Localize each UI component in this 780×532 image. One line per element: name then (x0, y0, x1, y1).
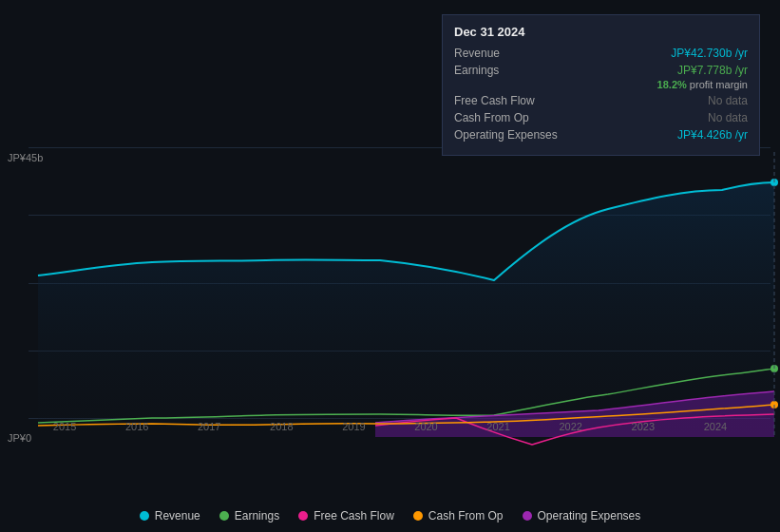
profit-margin: 18.2% profit margin (454, 79, 748, 90)
tooltip-value-earnings: JP¥7.778b /yr (677, 64, 748, 77)
x-label-2017: 2017 (198, 421, 220, 432)
legend-label-fcf: Free Cash Flow (314, 509, 394, 522)
legend-item-earnings[interactable]: Earnings (219, 509, 279, 522)
x-label-2015: 2015 (53, 421, 76, 432)
x-label-2023: 2023 (632, 421, 655, 432)
legend-dot-fcf (298, 511, 308, 521)
tooltip: Dec 31 2024 Revenue JP¥42.730b /yr Earni… (442, 14, 760, 156)
x-label-2021: 2021 (486, 421, 509, 432)
x-label-2022: 2022 (559, 421, 581, 432)
legend-item-cashfromop[interactable]: Cash From Op (413, 509, 504, 522)
legend-label-earnings: Earnings (235, 509, 279, 522)
profit-margin-value: 18.2% (657, 79, 687, 90)
legend-dot-earnings (219, 511, 229, 521)
tooltip-label-fcf: Free Cash Flow (454, 94, 568, 107)
x-label-2024: 2024 (704, 421, 727, 432)
tooltip-value-cashfromop: No data (708, 111, 748, 124)
tooltip-label-revenue: Revenue (454, 47, 568, 60)
tooltip-label-cashfromop: Cash From Op (454, 111, 568, 124)
tooltip-value-revenue: JP¥42.730b /yr (671, 47, 748, 60)
x-axis-labels: 2015 2016 2017 2018 2019 2020 2021 2022 … (0, 421, 780, 432)
legend-item-fcf[interactable]: Free Cash Flow (298, 509, 394, 522)
x-label-2019: 2019 (342, 421, 365, 432)
tooltip-row-earnings: Earnings JP¥7.778b /yr (454, 64, 748, 77)
x-label-2016: 2016 (125, 421, 148, 432)
legend-label-cashfromop: Cash From Op (428, 509, 504, 522)
x-label-2020: 2020 (414, 421, 437, 432)
legend-label-revenue: Revenue (155, 509, 200, 522)
tooltip-row-fcf: Free Cash Flow No data (454, 94, 748, 107)
chart-area: JP¥45b JP¥0 (0, 0, 780, 484)
legend-bar: Revenue Earnings Free Cash Flow Cash Fro… (0, 509, 780, 522)
tooltip-row-opex: Operating Expenses JP¥4.426b /yr (454, 128, 748, 142)
tooltip-value-fcf: No data (708, 94, 748, 107)
tooltip-date: Dec 31 2024 (454, 25, 748, 39)
legend-dot-cashfromop (413, 511, 423, 521)
legend-item-opex[interactable]: Operating Expenses (523, 509, 641, 522)
legend-item-revenue[interactable]: Revenue (140, 509, 200, 522)
tooltip-label-earnings: Earnings (454, 64, 568, 77)
legend-dot-revenue (140, 511, 149, 521)
x-label-2018: 2018 (270, 421, 293, 432)
tooltip-row-revenue: Revenue JP¥42.730b /yr (454, 47, 748, 60)
tooltip-label-opex: Operating Expenses (454, 128, 568, 142)
tooltip-row-cashfromop: Cash From Op No data (454, 111, 748, 124)
legend-label-opex: Operating Expenses (538, 509, 641, 522)
legend-dot-opex (523, 511, 532, 521)
tooltip-value-opex: JP¥4.426b /yr (677, 128, 748, 142)
